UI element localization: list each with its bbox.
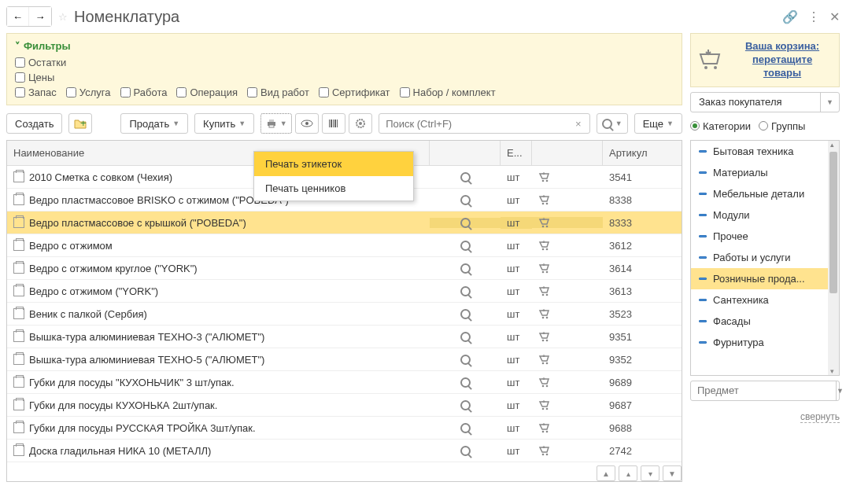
category-item[interactable]: Прочее [691,226,828,247]
collapse-link[interactable]: свернуть [800,411,840,423]
table-row[interactable]: Ведро с отжимом шт 3612 [7,234,682,257]
category-item[interactable]: Мебельные детали [691,183,828,204]
search-icon[interactable] [460,332,471,342]
cart-icon[interactable] [538,377,551,388]
table-row[interactable]: Губки для посуды РУССКАЯ ТРОЙКА 3шт/упак… [7,417,682,440]
cart-link[interactable]: Ваша корзина:перетащите товары [732,40,833,80]
filter-usluga[interactable]: Услуга [66,86,111,98]
col-unit[interactable]: Е... [501,141,532,165]
table-row[interactable]: Вышка-тура алюминиевая ТЕХНО-5 ("АЛЮМЕТ"… [7,348,682,371]
category-item[interactable]: Сантехника [691,289,828,311]
cart-icon[interactable] [538,354,551,365]
col-search[interactable] [430,141,501,165]
cart-icon[interactable] [538,331,551,342]
create-folder-button[interactable]: + [68,113,92,134]
search-icon[interactable] [460,446,471,456]
search-icon[interactable] [460,355,471,365]
table-row[interactable]: Ведро с отжимом ("YORK") шт 3613 [7,280,682,303]
favorite-star-icon[interactable]: ☆ [58,11,68,23]
filter-operatsiya[interactable]: Операция [176,86,238,98]
filter-ostatki[interactable]: Остатки [15,57,66,68]
table-row[interactable]: Губки для посуды "КУХОНЬЧИК" 3 шт/упак. … [7,371,682,394]
search-icon[interactable] [460,218,471,228]
category-item[interactable]: Фурнитура [691,332,828,353]
scroll-bottom-button[interactable]: ▼ [663,465,682,481]
category-item[interactable]: Фасады [691,311,828,332]
sell-button[interactable]: Продать▼ [120,113,188,134]
category-item[interactable]: Бытовая техника [691,141,828,162]
search-icon[interactable] [460,400,471,410]
search-icon[interactable] [460,195,471,205]
menu-print-price-tags[interactable]: Печать ценников [254,176,413,200]
category-item[interactable]: Работы и услуги [691,247,828,268]
scroll-up-button[interactable]: ▴ [619,465,637,481]
search-icon[interactable] [460,286,471,296]
search-icon[interactable] [460,241,471,251]
print-button[interactable]: ▼ [260,113,292,134]
table-row[interactable]: Ведро с отжимом круглое ("YORK") шт 3614 [7,257,682,280]
category-label: Модули [713,209,750,221]
search-icon[interactable] [460,377,471,388]
radio-categories[interactable]: Категории [690,120,751,132]
col-article[interactable]: Артикул [603,141,682,165]
kebab-menu-icon[interactable]: ⋮ [807,9,820,24]
cart-icon[interactable] [538,285,551,296]
link-icon[interactable]: 🔗 [782,9,798,24]
cart-icon[interactable] [538,171,551,182]
search-clear-icon[interactable]: × [572,118,585,130]
menu-print-labels[interactable]: Печать этикеток [254,152,413,176]
create-button[interactable]: Создать [6,113,62,134]
search-box[interactable]: × [379,113,589,134]
scrollbar[interactable] [828,141,839,375]
search-icon[interactable] [460,423,471,433]
search-icon[interactable] [460,263,471,274]
subject-dropdown-icon[interactable]: ▼ [836,381,844,400]
printer-icon [266,119,277,128]
radio-groups[interactable]: Группы [759,120,805,132]
table-row[interactable]: Ведро пластмассовое с крышкой ("POBEDA")… [7,212,682,234]
category-item[interactable]: Модули [691,204,828,226]
table-row[interactable]: Веник с палкой (Сербия) шт 3523 [7,303,682,326]
nav-forward-button[interactable]: → [29,7,51,26]
category-item[interactable]: Материалы [691,162,828,183]
box-icon [13,263,24,274]
cart-icon[interactable] [538,445,551,456]
view-button[interactable] [295,113,319,134]
settings-button[interactable] [349,113,372,134]
buy-button[interactable]: Купить▼ [194,113,254,134]
table-row[interactable]: Губки для посуды КУХОНЬКА 2шт/упак. шт 9… [7,394,682,417]
cart-icon[interactable] [538,194,551,205]
filter-nabor[interactable]: Набор / комплект [400,86,496,98]
table-row[interactable]: Вышка-тура алюминиевая ТЕХНО-3 ("АЛЮМЕТ"… [7,326,682,348]
item-name: Ведро с отжимом круглое ("YORK") [29,263,198,274]
find-button[interactable]: ▼ [597,113,628,134]
customer-order-button[interactable]: Заказ покупателя ▼ [690,92,840,112]
more-button[interactable]: Еще▼ [634,113,682,134]
filter-vid-rabot[interactable]: Вид работ [247,86,309,98]
col-cart[interactable] [532,141,603,165]
cart-icon[interactable] [538,240,551,251]
search-input[interactable] [384,117,572,131]
barcode-button[interactable] [322,113,345,134]
filter-zapas[interactable]: Запас [15,86,57,98]
close-icon[interactable]: ✕ [829,9,840,24]
cart-icon[interactable] [538,263,551,274]
cart-icon[interactable] [538,399,551,410]
table-row[interactable]: Доска гладильная НИКА 10 (МЕТАЛЛ) шт 274… [7,440,682,462]
cart-icon[interactable] [538,422,551,433]
cart-icon[interactable] [538,308,551,319]
category-item[interactable]: Розничные прода... [691,268,828,289]
cart-icon[interactable] [538,217,551,228]
filter-ceny[interactable]: Цены [15,72,54,83]
search-icon[interactable] [460,309,471,319]
scroll-top-button[interactable]: ▲ [597,465,615,481]
chevron-down-icon[interactable]: ▼ [820,93,839,112]
subject-input[interactable] [691,384,836,396]
filters-toggle[interactable]: ˅ Фильтры [15,40,674,52]
item-unit: шт [501,331,532,343]
filter-sertifikat[interactable]: Сертификат [319,86,390,98]
nav-back-button[interactable]: ← [7,7,29,26]
scroll-down-button[interactable]: ▾ [641,465,659,481]
filter-rabota[interactable]: Работа [120,86,168,98]
search-icon[interactable] [460,172,471,182]
